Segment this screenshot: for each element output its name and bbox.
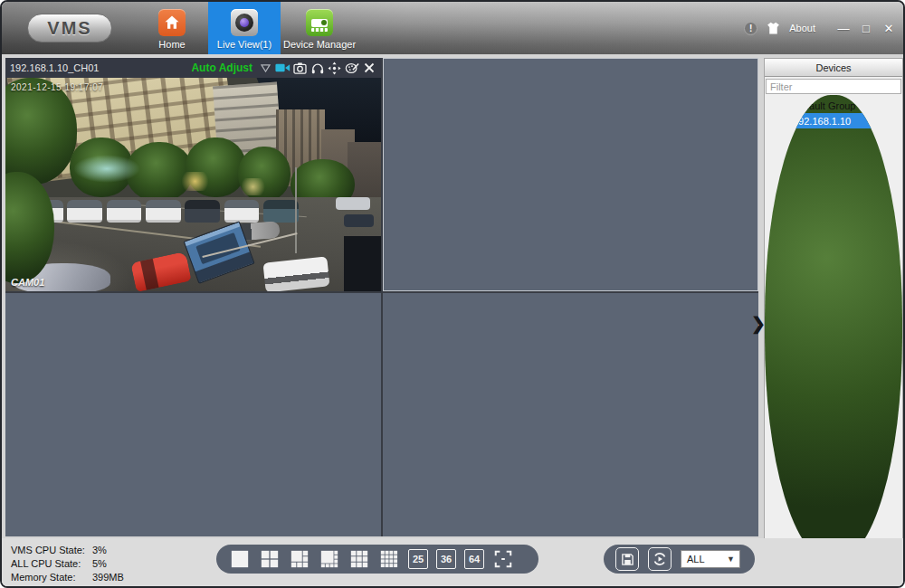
car-shape [146, 200, 181, 223]
building-shadow-shape [344, 236, 382, 291]
layout-4-button[interactable] [259, 548, 281, 570]
car-shape [263, 200, 299, 223]
lamp-glow [178, 172, 212, 191]
white-suv-shape [263, 256, 330, 291]
video-tile-header: 192.168.1.10_CH01 Auto Adjust [5, 58, 381, 78]
status-row: Memory State: 399MB [11, 570, 124, 583]
status-value: 3% [92, 545, 107, 555]
fullscreen-icon[interactable] [492, 548, 514, 570]
top-toolbar: VMS Home Live View(1) Device Manager [2, 2, 903, 54]
sidebar-collapse-handle[interactable]: ❯ [751, 308, 766, 338]
video-tile-title: 192.168.1.10_CH01 [10, 62, 99, 73]
layout-8-button[interactable] [319, 548, 340, 570]
close-stream-icon[interactable] [361, 61, 376, 75]
vms-window: VMS Home Live View(1) Device Manager [0, 0, 905, 588]
car-shape [185, 200, 220, 223]
system-status: VMS CPU State: 3% ALL CPU State: 5% Memo… [11, 543, 124, 583]
status-row: VMS CPU State: 3% [11, 543, 124, 556]
audio-headset-icon[interactable] [310, 61, 325, 75]
record-icon[interactable] [275, 61, 291, 75]
tab-home-label: Home [158, 39, 185, 50]
layout-toolbar: 25 36 64 [216, 545, 538, 574]
snapshot-icon[interactable] [292, 61, 308, 75]
camera-name-overlay: CAM01 [11, 277, 44, 288]
stream-select-value: ALL [687, 554, 705, 564]
devices-sidebar: Devices ∨ Default Group 192.168.1.10 Vie… [764, 58, 903, 581]
live-view-icon [231, 9, 258, 36]
video-grid: 192.168.1.10_CH01 Auto Adjust [5, 58, 758, 536]
tree-device-selected[interactable]: 192.168.1.10 [776, 113, 901, 128]
pole-shape [295, 167, 297, 252]
stream-toolbar: ALL ▼ [604, 545, 755, 574]
video-tile-empty-4[interactable] [383, 293, 758, 536]
layout-25-button[interactable]: 25 [408, 549, 428, 569]
layout-1-button[interactable] [229, 548, 251, 570]
group-label: Default Group [794, 100, 855, 111]
device-label: 192.168.1.10 [793, 116, 851, 127]
chevron-down-icon[interactable]: ∨ [768, 101, 777, 110]
vms-logo: VMS [27, 14, 112, 43]
layout-16-button[interactable] [378, 548, 400, 570]
tab-home[interactable]: Home [136, 2, 208, 54]
group-icon [780, 100, 791, 111]
refresh-streams-button[interactable] [648, 547, 672, 571]
device-manager-icon [306, 9, 333, 36]
status-value: 5% [92, 558, 107, 569]
camera-device-icon [778, 116, 789, 127]
main-tabs: Home Live View(1) Device Manager [136, 2, 358, 54]
tree-group-default[interactable]: ∨ Default Group [765, 98, 902, 113]
layout-36-button[interactable]: 36 [436, 549, 456, 569]
layout-6-button[interactable] [289, 548, 310, 570]
layout-9-button[interactable] [348, 548, 370, 570]
car-shape [336, 197, 369, 210]
tab-device-manager[interactable]: Device Manager [281, 2, 358, 54]
skin-shirt-icon[interactable] [766, 21, 781, 35]
info-icon[interactable]: ! [744, 22, 757, 35]
car-shape [344, 214, 374, 227]
status-label: VMS CPU State: [11, 545, 92, 555]
color-adjust-icon[interactable] [344, 61, 359, 75]
minimize-button[interactable]: — [836, 22, 851, 35]
tab-live-view-label: Live View(1) [217, 39, 272, 50]
status-value: 399MB [92, 572, 124, 583]
ptz-move-icon[interactable] [327, 61, 342, 75]
devices-panel-header: Devices [765, 59, 902, 77]
device-filter-input[interactable] [766, 79, 901, 94]
car-shape [67, 200, 102, 223]
parked-cars-row [28, 200, 299, 223]
tab-live-view[interactable]: Live View(1) [208, 2, 281, 54]
tab-device-manager-label: Device Manager [283, 39, 356, 50]
video-tile-empty-3[interactable] [5, 293, 381, 536]
layout-64-button[interactable]: 64 [464, 549, 484, 569]
shop-light-glow [73, 155, 141, 183]
auto-adjust-button[interactable]: Auto Adjust [191, 62, 252, 74]
stream-type-select[interactable]: ALL ▼ [681, 550, 740, 568]
status-label: ALL CPU State: [11, 558, 92, 569]
bottom-status-bar: VMS CPU State: 3% ALL CPU State: 5% Memo… [2, 538, 903, 586]
video-timestamp: 2021-12-15 19:17:07 [11, 82, 103, 92]
car-shape [107, 200, 142, 223]
status-row: ALL CPU State: 5% [11, 556, 124, 570]
video-tile-empty-2[interactable] [383, 58, 758, 291]
close-button[interactable]: ✕ [881, 22, 896, 35]
video-tile-ch01[interactable]: 192.168.1.10_CH01 Auto Adjust [5, 58, 381, 291]
main-area: 192.168.1.10_CH01 Auto Adjust [2, 54, 903, 586]
video-scene: 2021-12-15 19:17:07 CAM01 [5, 78, 381, 291]
lamp-glow [238, 178, 268, 195]
save-view-button[interactable] [615, 547, 639, 571]
status-label: Memory State: [11, 572, 92, 583]
toolbar-right-cluster: ! About — □ ✕ [744, 2, 896, 54]
dropdown-arrow-icon: ▼ [727, 555, 735, 564]
home-icon [158, 9, 186, 36]
about-button[interactable]: About [789, 23, 815, 33]
car-shape [224, 200, 260, 223]
maximize-button[interactable]: □ [859, 22, 873, 35]
adjust-dropdown-icon[interactable] [258, 61, 273, 75]
device-tree: ∨ Default Group 192.168.1.10 [765, 95, 902, 561]
